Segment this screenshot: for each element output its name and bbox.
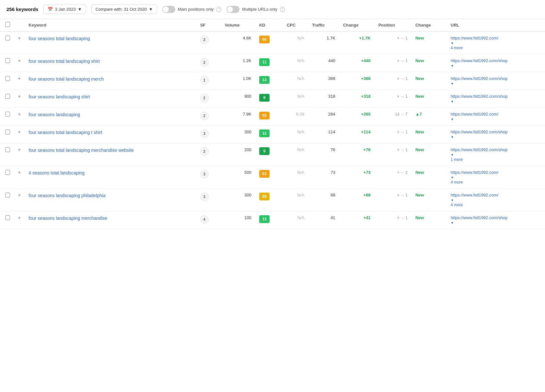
keyword-link[interactable]: four seasons total landscaping (29, 36, 90, 41)
select-all-checkbox-header[interactable] (0, 19, 14, 31)
url-dropdown-arrow[interactable]: ▼ (451, 176, 454, 179)
url-dropdown-arrow[interactable]: ▼ (451, 221, 454, 225)
cpc-col-header[interactable]: CPC (283, 19, 308, 31)
url-link[interactable]: https://www.fstl1992.com/shop (451, 58, 516, 63)
url-cell: https://www.fstl1992.com/ ▼4 more (447, 166, 545, 189)
row-checkbox[interactable] (5, 36, 10, 40)
volume-cell: 1.0K (221, 72, 255, 90)
url-dropdown-arrow[interactable]: ▼ (451, 100, 454, 103)
row-checkbox-cell (0, 72, 14, 90)
url-link[interactable]: https://www.fstl1992.com/shop (451, 129, 516, 134)
position-cell: × → 1 (375, 31, 412, 54)
more-urls-link[interactable]: 4 more (451, 203, 463, 207)
multiple-urls-toggle[interactable] (226, 6, 239, 13)
url-dropdown-arrow[interactable]: ▼ (451, 198, 454, 202)
url-link[interactable]: https://www.fstl1992.com/ (451, 36, 516, 40)
position-cell: × → 1 (375, 189, 412, 211)
keyword-cell: four seasons total landscaping merch (25, 72, 196, 90)
keyword-link[interactable]: four seasons landscaping (29, 112, 80, 117)
add-keyword-button[interactable]: + (18, 170, 21, 175)
keyword-link[interactable]: four seasons landscaping philadelphia (29, 193, 105, 198)
kd-cell: 66 (255, 31, 283, 54)
select-all-checkbox[interactable] (5, 22, 10, 27)
add-keyword-button[interactable]: + (18, 76, 21, 81)
row-checkbox[interactable] (5, 76, 10, 81)
main-positions-help-icon[interactable]: ? (216, 7, 221, 12)
keyword-col-header[interactable]: Keyword (25, 19, 196, 31)
change-value: +368 (361, 76, 370, 81)
keyword-cell: four seasons landscaping shirt (25, 90, 196, 108)
change-col-header[interactable]: Change (339, 19, 375, 31)
position-indicator: × → 1 (397, 94, 408, 99)
multiple-urls-help-icon[interactable]: ? (280, 7, 285, 12)
traffic-col-header[interactable]: Traffic (308, 19, 339, 31)
keyword-link[interactable]: four seasons landscaping shirt (29, 94, 90, 99)
volume-col-header[interactable]: Volume (221, 19, 255, 31)
traffic-value: 76 (330, 147, 335, 152)
change-value: +76 (364, 147, 371, 152)
volume-value: 4.6K (243, 36, 251, 40)
url-dropdown-arrow[interactable]: ▼ (451, 64, 454, 68)
add-keyword-cell: + (14, 143, 25, 166)
main-positions-toggle[interactable] (162, 6, 175, 13)
compare-button[interactable]: Compare with: 31 Oct 2020 ▼ (91, 5, 157, 14)
add-keyword-button[interactable]: + (18, 193, 21, 198)
more-urls-link[interactable]: 1 more (451, 157, 463, 162)
row-checkbox[interactable] (5, 193, 10, 197)
keyword-link[interactable]: 4 seasons total landscaping (29, 170, 85, 175)
cpc-cell: N/A (283, 143, 308, 166)
url-dropdown-arrow[interactable]: ▼ (451, 118, 454, 121)
add-keyword-button[interactable]: + (18, 58, 21, 63)
sf-col-header[interactable]: SF (196, 19, 221, 31)
add-keyword-button[interactable]: + (18, 147, 21, 152)
add-keyword-button[interactable]: + (18, 94, 21, 99)
more-urls-link[interactable]: 4 more (451, 46, 463, 50)
url-link[interactable]: https://www.fstl1992.com/ (451, 112, 516, 117)
position-change-value: New (415, 170, 424, 175)
volume-value: 200 (244, 147, 251, 152)
url-col-header[interactable]: URL (447, 19, 545, 31)
url-link[interactable]: https://www.fstl1992.com/ (451, 170, 516, 175)
position-col-header[interactable]: Position (375, 19, 412, 31)
pos-change-col-header[interactable]: Change (412, 19, 447, 31)
cpc-cell: N/A (283, 72, 308, 90)
url-link[interactable]: https://www.fstl1992.com/shop (451, 215, 516, 220)
add-keyword-button[interactable]: + (18, 112, 21, 117)
keyword-link[interactable]: four seasons landscaping merchandise (29, 216, 107, 221)
url-link[interactable]: https://www.fstl1992.com/ (451, 193, 516, 197)
add-keyword-button[interactable]: + (18, 129, 21, 135)
url-dropdown-arrow[interactable]: ▼ (451, 135, 454, 139)
date-picker-button[interactable]: 📅 3 Jan 2023 ▼ (43, 5, 86, 14)
row-checkbox-cell (0, 189, 14, 211)
position-change-cell: New (412, 211, 447, 229)
row-checkbox[interactable] (5, 170, 10, 175)
row-checkbox[interactable] (5, 215, 10, 220)
url-link[interactable]: https://www.fstl1992.com/shop (451, 76, 516, 81)
kd-col-header[interactable]: KD (255, 19, 283, 31)
url-dropdown-arrow[interactable]: ▼ (451, 82, 454, 85)
position-indicator: × → 1 (397, 130, 408, 134)
more-urls-link[interactable]: 4 more (451, 180, 463, 185)
position-change-value: New (415, 215, 424, 220)
position-indicator: × → 1 (397, 216, 408, 220)
keyword-link[interactable]: four seasons total landscaping merchandi… (29, 148, 134, 153)
row-checkbox[interactable] (5, 58, 10, 63)
sf-badge: 2 (200, 112, 209, 120)
row-checkbox[interactable] (5, 129, 10, 134)
add-keyword-button[interactable]: + (18, 36, 21, 41)
position-change-value: New (415, 129, 424, 134)
url-dropdown-arrow[interactable]: ▼ (451, 41, 454, 45)
row-checkbox[interactable] (5, 112, 10, 117)
row-checkbox[interactable] (5, 94, 10, 99)
keyword-link[interactable]: four seasons total landscaping shirt (29, 59, 99, 64)
position-change-cell: ▲7 (412, 108, 447, 126)
url-link[interactable]: https://www.fstl1992.com/shop (451, 94, 516, 99)
change-cell: +1.7K (339, 31, 375, 54)
keyword-link[interactable]: four seasons total landscaping merch (29, 76, 104, 82)
url-link[interactable]: https://www.fstl1992.com/shop (451, 147, 516, 152)
row-checkbox[interactable] (5, 147, 10, 152)
add-keyword-button[interactable]: + (18, 215, 21, 220)
url-dropdown-arrow[interactable]: ▼ (451, 153, 454, 157)
kd-badge: 9 (259, 94, 270, 102)
keyword-link[interactable]: four seasons total landscaping t shirt (29, 130, 102, 135)
